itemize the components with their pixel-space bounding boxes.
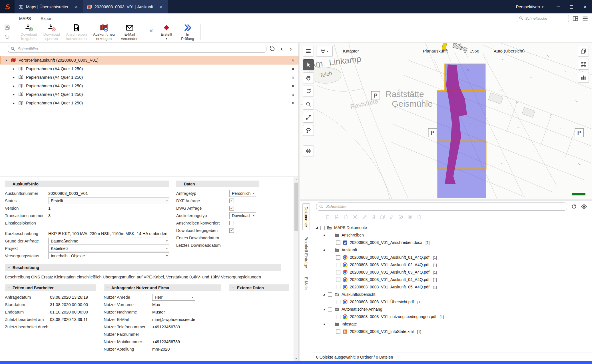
preview-toggle-button[interactable] [581,203,587,210]
map-tool-rotate[interactable] [303,86,314,96]
map-tool-buildings[interactable] [578,72,589,83]
save-button[interactable] [4,24,10,30]
scroll-down-icon[interactable]: ▼ [294,356,299,361]
tab-protokoll-eintraege[interactable]: Protokoll Einträge [303,234,310,271]
map-menu-button[interactable] [303,46,314,56]
select-all-checkbox[interactable] [317,215,321,219]
caret-collapsed-icon[interactable]: ▸ [12,101,16,105]
collapse-section-icon[interactable]: − [106,285,109,290]
checkbox[interactable] [328,233,332,237]
expand-all-icon[interactable]: » [291,85,296,87]
doc-file-row[interactable]: 20200803_0003_V01_Auskunft_02_A4Q.pdf[1] [312,261,592,268]
tree-item[interactable]: ▸Papierrahmen (A4 Quer 1:250)» [0,64,298,73]
checkbox[interactable] [328,248,332,252]
tab-dokumente[interactable]: Dokumente [302,203,310,230]
ribbon-action-auskunft-neu-erzeugen[interactable]: Auskunft neuerzeugen [90,23,118,41]
dropdown-grund-der-anfrage[interactable]: Baumaßnahme▾ [48,238,169,244]
collapse-section-icon[interactable]: − [7,181,10,186]
workflow-erstellt[interactable]: Erstellt▾ [156,23,177,41]
workflow-in-prüfung[interactable]: InPrüfung [177,23,198,41]
caret-collapsed-icon[interactable]: ▸ [12,67,16,71]
collapse-section-icon[interactable]: − [7,285,10,290]
doc-folder-row[interactable]: Auskunftsübersicht [312,291,592,298]
close-tab-icon[interactable]: ✕ [74,4,79,10]
map-canvas[interactable]: P P P Am Linkamp [300,43,592,199]
checkbox[interactable] [336,329,340,334]
dropdown-nutzer-anrede[interactable]: Herr▾ [152,294,195,301]
dropdown-projekt[interactable]: Kabelnetz▾ [48,245,169,252]
window-tab-overview[interactable]: Maps | Übersichtsreiter ✕ [15,0,83,13]
documents-filter-input[interactable] [316,203,567,211]
map-print-button[interactable] [303,145,314,156]
map-scale-label[interactable]: 1 : 1966 [464,48,479,53]
tree-item[interactable]: ▸Papierrahmen (A4 Quer 1:250)» [0,73,298,82]
map-mode-label[interactable]: Planauskunft [423,48,448,53]
scroll-up-icon[interactable]: ▲ [294,177,299,182]
checkbox[interactable] [336,255,340,260]
perspektiven-menu[interactable]: Perspektiven▾ [516,0,543,13]
tree-item[interactable]: ▸Papierrahmen (A4 Quer 1:250)» [0,90,298,99]
tree-item[interactable]: ▾Vorort-Planauskunft (20200803_0003_V01)… [0,56,298,64]
navigate-forward-button[interactable]: › [288,46,294,52]
doc-folder-row[interactable]: Anschreiben [312,231,592,239]
doc-folder-row[interactable]: MAPS Dokumente [312,224,592,231]
collapse-section-icon[interactable]: − [232,285,234,290]
selection-frames[interactable] [437,64,486,197]
caret-expanded-icon[interactable] [323,234,325,236]
scrollbar-thumb[interactable] [294,183,298,231]
checkbox[interactable] [320,226,325,230]
tree-filter-input[interactable] [8,45,266,53]
doc-file-row[interactable]: 20200803_0003_V01_Auskunft_04_A4Q.pdf[1] [312,276,592,283]
checkbox[interactable] [336,270,340,274]
caret-expanded-icon[interactable] [323,293,325,296]
quick-search-input[interactable] [517,15,569,22]
caret-expanded-icon[interactable] [323,249,325,251]
expand-all-icon[interactable]: » [291,76,296,78]
minimize-button[interactable] [551,0,565,13]
checkbox[interactable] [336,285,340,289]
checkbox-download-freigegeben[interactable]: ✓ [229,228,234,233]
map-layer-label[interactable]: Kataster [343,48,359,53]
map-tool-lasso[interactable] [303,125,314,136]
map-tool-transform[interactable] [578,59,589,70]
doc-folder-row[interactable]: Auskunft [312,246,592,254]
map-tool-measure[interactable] [303,112,314,123]
expand-all-icon[interactable]: » [291,102,296,104]
ribbon-tab-maps[interactable]: MAPS [19,16,31,21]
caret-expanded-icon[interactable] [323,323,325,325]
caret-expanded-icon[interactable] [316,227,318,229]
checkbox[interactable] [328,292,332,297]
checkbox[interactable] [336,300,340,304]
checkbox[interactable] [336,263,340,267]
close-button[interactable]: ✕ [578,0,592,13]
tab-emails[interactable]: E-Mails [303,274,310,293]
doc-file-row[interactable]: 20200803_0003_V01_Auskunft_01_A4Q.pdf[1] [312,254,592,261]
collapse-ribbon-button[interactable]: « [147,27,156,37]
expand-all-icon[interactable]: » [291,59,296,61]
window-tab-auskunft[interactable]: 20200803_0003_V01 | Auskunft ✕ [83,0,168,13]
doc-file-row[interactable]: 20200803_0003_V01_nutzungsbedingungen.pd… [312,313,592,320]
undo-button[interactable] [4,34,10,39]
caret-collapsed-icon[interactable]: ▸ [12,84,16,88]
dropdown-versorgungsstatus[interactable]: Innerhalb - Objekte▾ [48,252,169,259]
navigate-back-button[interactable]: ‹ [278,46,285,52]
checkbox[interactable] [328,322,332,326]
form-scrollbar[interactable]: ▲ ▼ [294,177,298,361]
map-tool-hand[interactable] [303,72,314,83]
layout-button[interactable] [572,15,579,22]
checkbox[interactable] [336,278,340,282]
expand-all-icon[interactable]: » [291,68,296,70]
caret-collapsed-icon[interactable]: ▸ [12,75,16,79]
doc-folder-row[interactable]: Automatischer-Anhang [312,306,592,313]
doc-file-row[interactable]: 20200803_0003_V01_Auskunft_03_A4Q.pdf[1] [312,268,592,276]
doc-file-row[interactable]: 20200803_0003_V01_InfoState.xml[1] [312,328,592,335]
maximize-button[interactable] [565,0,578,13]
map-tool-layers[interactable] [578,46,589,56]
checkbox-dwg-anfrage[interactable]: ✓ [229,206,234,211]
doc-file-row[interactable]: W20200803_0003_V01_Anschreiben.docx[1] [312,239,592,246]
tree-item[interactable]: ▸Papierrahmen (A4 Quer 1:250)» [0,99,298,107]
caret-collapsed-icon[interactable]: ▸ [12,92,16,96]
ribbon-action-e-mail-versenden[interactable]: E-Mailversenden [118,23,142,41]
tree-item[interactable]: ▸Papierrahmen (A4 Quer 1:250)» [0,82,298,90]
checkbox-anschreiben-konvertiert[interactable]: ✓ [229,221,234,225]
